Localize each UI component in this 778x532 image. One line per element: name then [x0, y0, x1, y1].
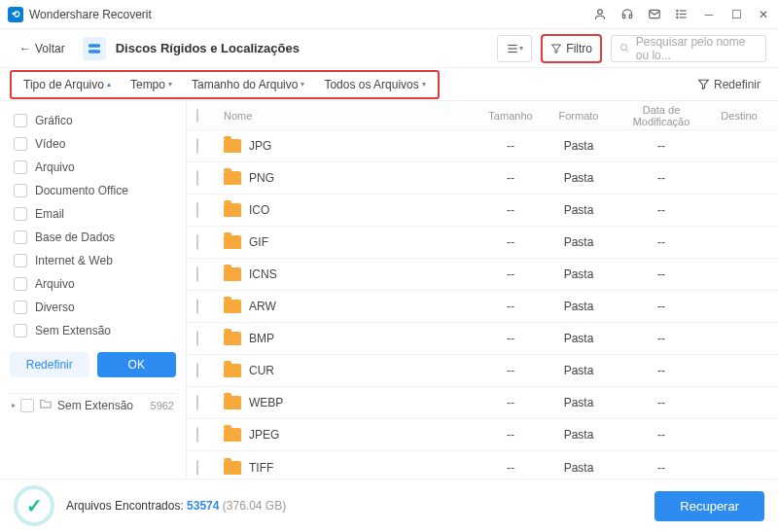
category-checkbox[interactable] — [14, 277, 27, 291]
search-icon — [619, 42, 630, 54]
funnel-icon — [550, 43, 562, 54]
col-name[interactable]: Nome — [218, 110, 477, 122]
table-row[interactable]: JPG--Pasta-- — [187, 130, 778, 162]
file-name: JPG — [249, 139, 271, 153]
file-date: -- — [613, 235, 710, 249]
category-checkbox[interactable] — [14, 301, 27, 314]
row-checkbox[interactable] — [196, 460, 198, 476]
filter-button[interactable]: Filtro — [542, 35, 601, 62]
sidebar-reset-button[interactable]: Redefinir — [10, 352, 89, 377]
file-format: Pasta — [545, 364, 613, 377]
col-size[interactable]: Tamanho — [477, 110, 545, 122]
col-dest[interactable]: Destino — [710, 110, 768, 122]
recover-button[interactable]: Recuperar — [654, 491, 764, 521]
filter-chip[interactable]: Tipo de Arquivo▴ — [14, 74, 121, 95]
table-row[interactable]: TIFF--Pasta-- — [187, 451, 778, 479]
table-header: Nome Tamanho Formato Data de Modificação… — [187, 101, 778, 130]
table-row[interactable]: CUR--Pasta-- — [187, 355, 778, 387]
category-item[interactable]: Gráfico — [10, 109, 176, 132]
row-checkbox[interactable] — [196, 331, 198, 346]
category-label: Diverso — [35, 301, 75, 314]
back-button[interactable]: ← Voltar — [12, 38, 73, 59]
support-icon[interactable] — [620, 8, 634, 21]
close-button[interactable]: ✕ — [757, 8, 770, 21]
table-row[interactable]: ICO--Pasta-- — [187, 195, 778, 227]
file-date: -- — [613, 428, 710, 442]
row-checkbox[interactable] — [196, 170, 198, 186]
category-checkbox[interactable] — [14, 137, 27, 151]
row-checkbox[interactable] — [196, 234, 198, 250]
select-all-checkbox[interactable] — [196, 109, 198, 123]
category-item[interactable]: Base de Dados — [10, 226, 176, 249]
category-checkbox[interactable] — [14, 254, 27, 267]
category-checkbox[interactable] — [14, 114, 27, 127]
search-placeholder: Pesquisar pelo nome ou lo... — [636, 35, 758, 62]
list-icon[interactable] — [675, 8, 689, 21]
footer: ✓ Arquivos Encontrados: 53574 (376.04 GB… — [0, 479, 778, 532]
file-name: BMP — [249, 332, 274, 345]
file-name: PNG — [249, 171, 274, 185]
maximize-button[interactable]: ☐ — [729, 8, 743, 21]
sidebar-ok-button[interactable]: OK — [97, 352, 177, 377]
table-row[interactable]: WEBP--Pasta-- — [187, 387, 778, 419]
reset-filters-button[interactable]: Redefinir — [690, 74, 768, 95]
search-input[interactable]: Pesquisar pelo nome ou lo... — [611, 35, 766, 62]
table-row[interactable]: BMP--Pasta-- — [187, 323, 778, 355]
category-checkbox[interactable] — [14, 231, 27, 244]
row-checkbox[interactable] — [196, 395, 198, 410]
file-format: Pasta — [545, 171, 613, 185]
category-item[interactable]: Sem Extensão — [10, 319, 176, 342]
account-icon[interactable] — [593, 8, 607, 21]
file-name: ARW — [249, 300, 276, 313]
minimize-button[interactable]: ─ — [702, 8, 716, 21]
breadcrumb: Discos Rígidos e Localizações — [116, 41, 300, 55]
table-row[interactable]: PNG--Pasta-- — [187, 162, 778, 195]
file-size: -- — [477, 428, 545, 442]
svg-point-5 — [677, 10, 678, 11]
file-size: -- — [477, 332, 545, 345]
category-checkbox[interactable] — [14, 207, 27, 221]
file-date: -- — [613, 171, 710, 185]
filter-chip[interactable]: Tamanho do Arquivo▾ — [182, 74, 314, 95]
file-size: -- — [477, 235, 545, 249]
filter-chip[interactable]: Tempo▾ — [121, 74, 182, 95]
svg-point-13 — [620, 44, 626, 50]
category-item[interactable]: Documento Office — [10, 179, 176, 202]
col-format[interactable]: Formato — [545, 110, 613, 122]
category-checkbox[interactable] — [14, 324, 27, 337]
row-checkbox[interactable] — [196, 138, 198, 154]
mail-icon[interactable] — [648, 8, 661, 21]
table-row[interactable]: GIF--Pasta-- — [187, 227, 778, 259]
file-format: Pasta — [545, 203, 613, 217]
row-checkbox[interactable] — [196, 299, 198, 314]
file-format: Pasta — [545, 428, 613, 442]
category-item[interactable]: Diverso — [10, 296, 176, 319]
category-item[interactable]: Arquivo — [10, 272, 176, 296]
folder-icon — [224, 396, 241, 409]
table-row[interactable]: ICNS--Pasta-- — [187, 259, 778, 291]
tree-item-sem-extensao[interactable]: ▸ Sem Extensão 5962 — [10, 393, 176, 416]
category-item[interactable]: Internet & Web — [10, 249, 176, 272]
chevron-down-icon: ▾ — [301, 80, 304, 89]
row-checkbox[interactable] — [196, 266, 198, 282]
folder-icon — [224, 203, 241, 217]
tree-expand-icon[interactable]: ▸ — [12, 401, 16, 409]
row-checkbox[interactable] — [196, 427, 198, 443]
table-row[interactable]: JPEG--Pasta-- — [187, 419, 778, 451]
category-checkbox[interactable] — [14, 184, 27, 197]
row-checkbox[interactable] — [196, 202, 198, 218]
table-row[interactable]: ARW--Pasta-- — [187, 291, 778, 323]
funnel-reset-icon — [697, 78, 710, 90]
category-checkbox[interactable] — [14, 160, 27, 174]
chevron-down-icon: ▾ — [422, 80, 426, 89]
chevron-down-icon: ▾ — [168, 80, 172, 89]
row-checkbox[interactable] — [196, 363, 198, 378]
file-list: JPG--Pasta--PNG--Pasta--ICO--Pasta--GIF-… — [187, 130, 778, 479]
category-item[interactable]: Vídeo — [10, 132, 176, 156]
filter-chip[interactable]: Todos os Arquivos▾ — [314, 74, 435, 95]
category-item[interactable]: Arquivo — [10, 156, 176, 179]
col-date[interactable]: Data de Modificação — [613, 104, 710, 127]
tree-checkbox[interactable] — [20, 399, 34, 412]
view-mode-button[interactable]: ▾ — [497, 35, 532, 62]
category-item[interactable]: Email — [10, 202, 176, 226]
